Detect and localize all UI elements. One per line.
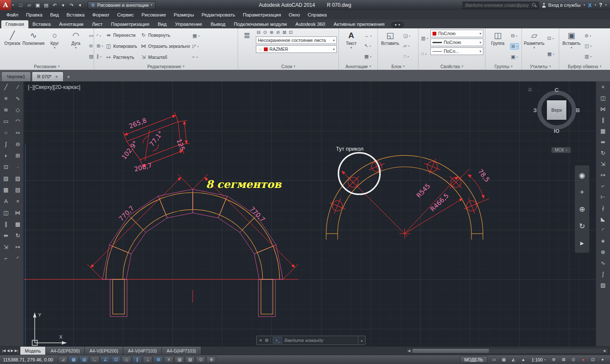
line-tool[interactable]: ╱ Отрезок [2,30,23,63]
compass-north[interactable]: С [555,87,558,93]
id-point-icon[interactable]: ⊡ [546,36,555,41]
make-block-icon[interactable]: ⊡ [0,161,12,173]
dimension-icon[interactable]: ↔ [363,33,372,38]
tab-output[interactable]: Вывод [206,20,230,28]
workspace-switcher[interactable]: ⚙ Рисование и аннотации ▾ [88,1,156,9]
trim-tool-icon[interactable]: ⌐ [191,54,200,59]
panel-label-annotation[interactable]: Аннотации [339,63,377,70]
coordinates-readout[interactable]: 115388.71, 279.46, 0.00 [3,357,57,362]
table-icon[interactable]: ▦ [363,54,372,59]
annotation-scale-dropdown[interactable]: 1:100 [529,357,549,362]
status-dot-icon[interactable]: ● [579,356,588,363]
close-icon[interactable]: × [55,74,58,79]
pan-icon[interactable]: + [575,184,589,201]
file-tab-drawing1[interactable]: Чертеж1 [1,72,31,81]
layer-freeze-icon[interactable]: ⊗ [269,30,273,35]
hatch-edit-icon[interactable]: ▨ [596,279,610,290]
insert-block-icon[interactable]: ⊞ [12,150,24,161]
menu-item[interactable]: Файл [3,10,22,19]
ellipse-arc-icon[interactable]: ◗ [0,150,12,161]
layer-properties-button[interactable]: ≣ [240,30,254,63]
mtext-icon[interactable]: A [0,196,12,207]
insert-block-button[interactable]: ◱ Вставить [380,30,401,63]
explode-tool-icon[interactable]: ⊞ [96,43,104,49]
multiline-icon[interactable]: ≡ [0,93,12,104]
joint-markers[interactable] [326,155,482,217]
compass-south[interactable]: Ю [554,128,559,134]
ducs-toggle[interactable]: ⊥ [143,356,152,363]
construction-line-icon[interactable]: ∕ [12,81,24,93]
line-icon[interactable]: ╱ [0,81,12,93]
clean-screen-icon[interactable]: ⊡ [588,356,597,363]
annotation-scale-icon[interactable]: ◭ [509,356,518,363]
exchange-caret-icon[interactable]: ▾ [595,3,596,7]
history-collapse-icon[interactable]: ▴ [358,336,365,345]
erase-icon[interactable]: × [12,196,24,207]
last-tab-button[interactable]: ▶| [15,349,18,353]
lineweight-dropdown[interactable]: ПоСлою [430,39,483,46]
text-tool-button[interactable]: A Текст ▾ [341,30,362,63]
create-block-icon[interactable]: ◲ [402,33,411,39]
fillet-icon[interactable]: ◜ [12,253,24,264]
quick-properties-toggle[interactable]: ▧ [185,356,195,363]
hatch-tool-icon[interactable]: ▨ [88,54,94,59]
horizontal-scrollbar[interactable]: ◀ ▶ [406,348,608,354]
layout-tab-a4v-hp7103[interactable]: A4-V(HP7103) [123,347,162,355]
layer-match-icon[interactable]: ⊡ [289,30,293,35]
menu-item[interactable]: Справка [304,10,330,19]
new-drawing-tab-button[interactable]: + [64,73,73,81]
ungroup-icon[interactable]: ⊟ [510,33,519,39]
lineweight-toggle[interactable]: ≡ [164,356,174,363]
polar-toggle[interactable]: ∠ [100,356,110,363]
menu-item[interactable]: Вид [46,10,63,19]
explode-icon[interactable]: ∗ [596,235,610,246]
block-attributes-icon[interactable]: ∷ [402,54,411,59]
redo-icon[interactable]: ↷ [68,1,76,9]
orbit-icon[interactable]: ↻ [575,218,589,234]
circle-icon[interactable]: ○ [0,127,12,138]
3d-osnap-toggle[interactable]: ◇ [122,356,131,363]
tab-featured-apps[interactable]: Активные приложения [330,20,389,28]
move-icon[interactable]: ⇹ [596,136,610,147]
linetype-dropdown[interactable]: ПоСл... [430,47,483,55]
mirror-tool[interactable]: ⋈ Отразить зеркально [141,41,190,51]
open-file-icon[interactable]: ▱ [25,1,33,9]
first-tab-button[interactable]: |◀ [2,349,6,353]
match-props-icon[interactable]: ▥ [584,54,592,59]
exchange-apps-icon[interactable]: X [588,2,592,8]
logo-caret-icon[interactable]: ▾ [11,3,15,7]
viewport-controls-label[interactable]: [−][Сверху][2D-каркас] [28,84,80,90]
next-tab-button[interactable]: ▶ [11,349,13,353]
undo-icon[interactable]: ↶ [51,1,59,9]
layer-lock-icon[interactable]: ⊠ [283,30,286,35]
scroll-right-icon[interactable]: ▶ [602,349,608,353]
chamfer-icon[interactable]: ◣ [596,213,610,224]
toolbar-lock-icon[interactable]: ⊠ [559,356,568,363]
home-icon[interactable]: ⌂ [528,85,532,92]
right-arch-arcs[interactable] [326,155,483,240]
view-cube-top-face[interactable]: Верх [547,100,566,120]
cut-icon[interactable]: ⊘ [584,33,592,39]
copy-icon[interactable]: ◫ [596,92,610,103]
view-cube[interactable]: ⌂ Верх С Ю З В [535,88,579,132]
tab-insert[interactable]: Вставка [28,20,55,28]
infer-constraints-toggle[interactable]: ⊿ [58,356,68,363]
dynamic-input-toggle[interactable]: ⊞ [153,356,163,363]
copy-icon[interactable]: ◫ [0,207,12,218]
fillet-icon[interactable]: ◜ [596,224,610,235]
spline-edit-icon[interactable]: ∫ [596,268,610,279]
break-icon[interactable]: ∤ [596,202,610,213]
file-tab-r070[interactable]: R 070* × [32,72,64,81]
new-file-icon[interactable]: □ [17,1,25,9]
polyline-edit-icon[interactable]: ∿ [596,257,610,268]
region-icon[interactable]: ▦ [0,184,12,196]
redo-caret-icon[interactable]: ▾ [76,1,84,9]
tab-autodesk360[interactable]: Autodesk 360 [291,20,329,28]
menu-item[interactable]: Окно [285,10,304,19]
menu-item[interactable]: Сервис [114,10,138,19]
match-properties-icon[interactable]: ▥ [420,36,429,41]
panel-label-clipboard[interactable]: Буфер обмена [559,63,610,70]
drawing-canvas[interactable]: 770,7 770,7 8 сегментов [24,81,596,346]
rectangle-tool-icon[interactable]: ▭ [88,33,94,39]
polyline-tool[interactable]: ∿ Полилиния [23,30,44,63]
